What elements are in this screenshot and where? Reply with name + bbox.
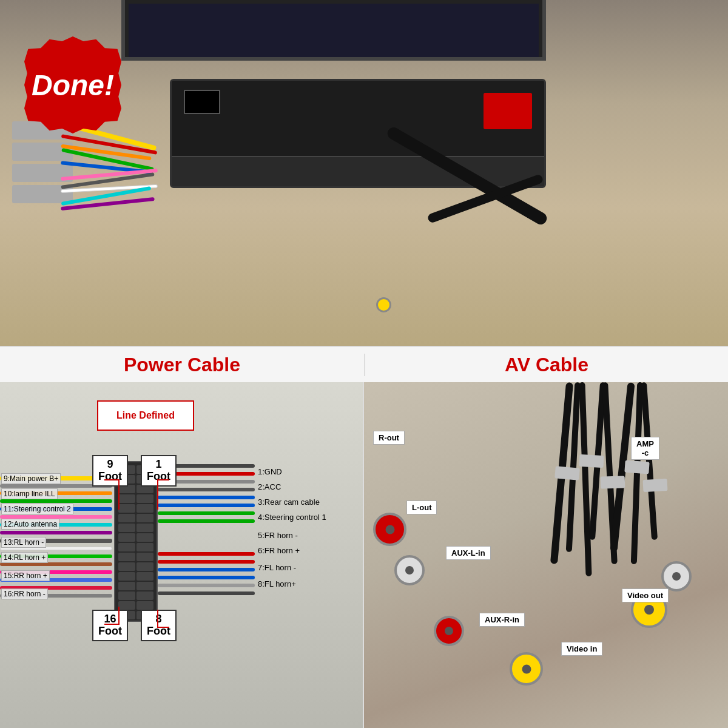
- rlabel-7: 7:FL horn -: [258, 563, 296, 572]
- foot-line-1-h: [157, 479, 169, 480]
- rwire-6: [158, 504, 255, 507]
- pin: [136, 562, 153, 571]
- pin: [136, 543, 153, 551]
- pin: [136, 524, 153, 532]
- rlabel-4: 4:Steering control 1: [258, 513, 326, 522]
- av-bg: [364, 382, 728, 728]
- device-red-label: [484, 93, 532, 129]
- line-defined-text: Line Defined: [116, 410, 175, 421]
- rlabel-2: 2:ACC: [258, 482, 281, 491]
- foot-9-num: 9: [98, 459, 122, 471]
- pin: [118, 592, 135, 600]
- rca-center-2: [405, 566, 414, 575]
- label-l-out: L-out: [406, 500, 437, 514]
- rlabel-1: 1:GND: [258, 467, 282, 476]
- rca-yellow-1: [510, 652, 543, 686]
- rca-yellow: [376, 297, 391, 312]
- label-15: 15:RR horn +: [1, 570, 50, 581]
- label-13: 13:RL horn -: [1, 537, 46, 548]
- connector-left-pins: [118, 465, 135, 620]
- rca-center-6: [672, 572, 681, 581]
- av-cable-panel: R-out L-out AUX-L-in AUX-R-in Video in V…: [364, 382, 728, 728]
- cable-label-clip-2: [579, 454, 604, 468]
- wire-bundle-left: [61, 121, 182, 303]
- pin: [118, 582, 135, 590]
- pin: [136, 553, 153, 561]
- rlabel-6: 6:FR horn +: [258, 546, 300, 555]
- connector-right-pins: [136, 465, 153, 620]
- label-12: 12:Auto antenna: [1, 519, 59, 530]
- foot-9-label: 9 Foot: [92, 455, 128, 487]
- pin: [136, 592, 153, 600]
- foot-1-label: 1 Foot: [141, 455, 177, 487]
- cable-label-clip-5: [643, 479, 668, 492]
- label-9: 9:Main power B+: [1, 473, 61, 484]
- foot-16-label: 16 Foot: [92, 610, 128, 641]
- label-10: 10:lamp line ILL: [1, 488, 58, 499]
- pin: [118, 504, 135, 513]
- cable-label-clip-3: [601, 476, 625, 488]
- rca-center-4: [522, 664, 531, 673]
- line-defined-box: Line Defined: [97, 400, 194, 431]
- rlabel-5: 5:FR horn -: [258, 531, 298, 540]
- pin: [118, 524, 135, 532]
- pin: [118, 601, 135, 610]
- foot-line-1-v: [157, 479, 158, 510]
- rca-red-1: [373, 513, 406, 546]
- cable-label-clip-1: [554, 466, 580, 480]
- foot-line-16-h: [104, 624, 118, 625]
- rwire-7: [158, 511, 255, 515]
- pin: [136, 514, 153, 522]
- label-amp-c: AMP-c: [631, 437, 659, 460]
- power-cable-title-container: Power Cable: [0, 354, 364, 376]
- foot-1-text: Foot: [147, 471, 170, 483]
- av-cable-title: AV Cable: [365, 354, 728, 376]
- power-cable-title: Power Cable: [0, 354, 364, 376]
- foot-line-9-h: [104, 479, 118, 480]
- foot-8-label: 8 Foot: [141, 610, 177, 641]
- rca-center-3: [445, 627, 453, 635]
- foot-line-16-v: [118, 607, 120, 625]
- device-display: [184, 90, 220, 114]
- top-photo-section: // Will be rendered via JS Done!: [0, 0, 728, 346]
- foot-line-8-v: [157, 610, 158, 628]
- main-unit: // Will be rendered via JS: [170, 79, 546, 188]
- rwire-4: [158, 488, 255, 491]
- label-video-in: Video in: [561, 642, 602, 656]
- rwire-blue-bot-1: [158, 568, 255, 571]
- rca-red-2: [434, 616, 464, 646]
- rwire-red-bot-1: [158, 552, 255, 556]
- label-aux-l-in: AUX-L-in: [446, 546, 491, 560]
- label-11: 11:Steering control 2: [1, 504, 73, 514]
- pin: [136, 504, 153, 513]
- pin: [136, 494, 153, 503]
- foot-8-num: 8: [147, 613, 170, 625]
- pin: [118, 562, 135, 571]
- pin: [136, 533, 153, 542]
- rwire-8: [158, 519, 255, 523]
- pin: [118, 494, 135, 503]
- label-video-out: Video out: [622, 588, 669, 602]
- pin: [136, 601, 153, 610]
- pin: [118, 514, 135, 522]
- cable-label-clip-4: [624, 460, 649, 474]
- done-badge: Done!: [24, 36, 121, 133]
- content-row: Line Defined: [0, 382, 728, 728]
- cwire-green: [0, 499, 112, 503]
- rwire-5: [158, 496, 255, 499]
- label-16: 16:RR horn -: [1, 588, 48, 599]
- label-aux-r-in: AUX-R-in: [479, 613, 525, 627]
- rca-white-2: [661, 561, 692, 592]
- monitor-screen: [129, 4, 539, 57]
- rca-white-1: [394, 555, 425, 585]
- label-14: 14:RL horn +: [1, 552, 48, 563]
- rca-center-5: [644, 605, 654, 615]
- pin: [118, 572, 135, 581]
- foot-line-9-v: [118, 479, 120, 510]
- rwire-dark-bot: [158, 592, 255, 595]
- pin: [136, 572, 153, 581]
- foot-1-num: 1: [147, 459, 170, 471]
- foot-16-text: Foot: [98, 625, 122, 638]
- power-cable-panel: Line Defined: [0, 382, 364, 728]
- pin: [136, 582, 153, 590]
